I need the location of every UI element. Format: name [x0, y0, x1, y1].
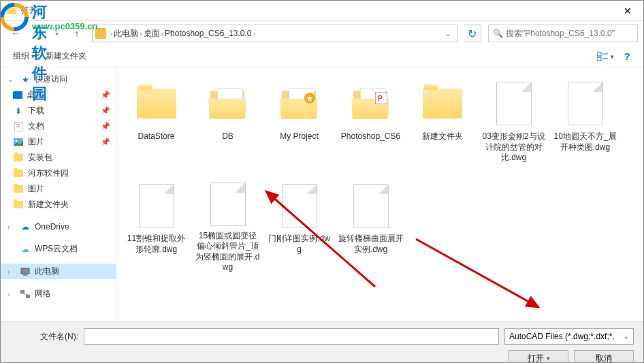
folder-item[interactable]: DB [192, 74, 263, 176]
close-button[interactable]: ✕ [612, 1, 643, 21]
sidebar-item-desktop[interactable]: 桌面 📌 [1, 87, 116, 103]
breadcrumb-seg[interactable]: 此电脑 [114, 28, 138, 40]
chevron-right-icon: › [7, 268, 14, 276]
breadcrumb-dropdown[interactable]: ⌄ [441, 30, 455, 37]
pin-icon: 📌 [101, 91, 110, 99]
breadcrumb-seg[interactable]: 桌面 [144, 28, 160, 40]
open-button[interactable]: 打开 ▾ [509, 350, 568, 363]
file-name: 10地圆天不方_展开种类图.dwg [552, 131, 618, 153]
sidebar-onedrive[interactable]: › ☁ OneDrive [1, 219, 116, 234]
svg-rect-2 [597, 52, 601, 56]
breadcrumb[interactable]: › 此电脑 › 桌面 › Photoshop_CS6_13.0.0 › ⌄ [92, 25, 458, 42]
refresh-button[interactable]: ↻ [464, 25, 481, 42]
sidebar-label: WPS云文档 [35, 243, 78, 255]
chevron-right-icon: › [110, 30, 112, 37]
chevron-right-icon: › [7, 290, 14, 298]
new-folder-button[interactable]: 新建文件夹 [40, 48, 92, 65]
organize-button[interactable]: 组织 [7, 48, 40, 65]
view-options-button[interactable]: ▾ [596, 48, 615, 65]
file-name: 新建文件夹 [422, 131, 463, 142]
sidebar-label: OneDrive [35, 222, 69, 232]
file-item[interactable]: 15椭圆或圆变径偏心倾斜管片_顶为竖椭圆的展开.dwg [192, 176, 263, 279]
sidebar-item-folder[interactable]: 新建文件夹 [1, 197, 116, 212]
toolbar: 组织 新建文件夹 ▾ ? [1, 46, 643, 67]
file-icon [562, 80, 609, 127]
pin-icon: 📌 [101, 122, 110, 131]
filter-text: AutoCAD Files (*.dwg;*.dxf;*. [509, 332, 615, 341]
sidebar-item-folder[interactable]: 河东软件园 [1, 165, 116, 181]
file-filter-dropdown[interactable]: AutoCAD Files (*.dwg;*.dxf;*. ⌄ [504, 328, 634, 345]
sidebar-label: 文档 [28, 121, 44, 132]
file-icon [347, 182, 395, 230]
sidebar-wps[interactable]: › ☁ WPS云文档 [1, 241, 116, 257]
window-title: 打开 [21, 5, 37, 16]
up-button[interactable]: ↑ [67, 24, 86, 43]
sidebar-item-pictures[interactable]: 图片 📌 [1, 134, 116, 150]
sidebar-label: 网络 [35, 288, 51, 300]
folder-item[interactable]: PPhotoshop_CS6 [335, 74, 406, 176]
sidebar-item-documents[interactable]: 文档 📌 [1, 119, 116, 134]
chevron-right-icon: › [140, 30, 142, 37]
svg-line-15 [22, 294, 28, 295]
cancel-button[interactable]: 取消 [574, 350, 634, 363]
svg-rect-0 [7, 7, 16, 14]
svg-rect-12 [23, 274, 27, 276]
pc-icon [20, 266, 31, 277]
filename-label: 文件名(N): [10, 331, 78, 343]
folder-item[interactable]: My Project [263, 74, 335, 176]
search-box[interactable]: 🔍 [488, 25, 638, 42]
sidebar-item-folder[interactable]: 安装包 [1, 150, 116, 165]
file-name: DataStore [138, 131, 174, 142]
svg-point-10 [16, 140, 18, 142]
file-item[interactable]: 03变形金刚2与设计院的岔管的对比.dwg [478, 74, 549, 176]
chevron-right-icon: › [161, 30, 163, 37]
bottom-bar: 文件名(N): AutoCAD Files (*.dwg;*.dxf;*. ⌄ … [1, 321, 643, 363]
sidebar: ⌄ ★ 快速访问 桌面 📌 ⬇ 下载 📌 文档 📌 图片 📌 安装包 [1, 67, 116, 321]
file-icon [490, 80, 538, 127]
sidebar-label: 安装包 [28, 152, 52, 163]
folder-icon [13, 168, 24, 179]
sidebar-label: 下载 [28, 105, 44, 116]
folder-icon [133, 80, 180, 127]
svg-rect-13 [20, 290, 25, 294]
file-icon [204, 182, 252, 227]
file-item[interactable]: 11割锥和提取外形轮廓.dwg [120, 176, 192, 279]
folder-item[interactable]: 新建文件夹 [406, 74, 478, 176]
file-item[interactable]: 门刚详图实例.dwg [263, 176, 335, 279]
filename-input[interactable] [84, 328, 499, 345]
svg-rect-11 [21, 268, 29, 274]
svg-rect-3 [597, 57, 601, 61]
sidebar-this-pc[interactable]: › 此电脑 [1, 264, 116, 279]
sidebar-network[interactable]: › 网络 [1, 286, 116, 302]
chevron-right-icon: › [253, 30, 255, 37]
forward-button[interactable]: → [27, 24, 46, 43]
titlebar: 打开 ✕ [1, 1, 643, 21]
file-item[interactable]: 旋转楼梯曲面展开实例.dwg [335, 176, 406, 279]
search-input[interactable] [506, 29, 633, 38]
recent-dropdown[interactable]: ▾ [47, 24, 66, 43]
chevron-right-icon: › [7, 223, 14, 231]
file-item[interactable]: 10地圆天不方_展开种类图.dwg [549, 74, 621, 176]
sidebar-item-downloads[interactable]: ⬇ 下载 📌 [1, 103, 116, 119]
sidebar-label: 新建文件夹 [28, 199, 69, 210]
help-button[interactable]: ? [617, 48, 637, 65]
file-icon [133, 182, 180, 230]
breadcrumb-seg[interactable]: Photoshop_CS6_13.0.0 [165, 29, 251, 38]
svg-text:P: P [378, 95, 383, 102]
cloud-icon: ☁ [20, 221, 31, 232]
folder-item[interactable]: DataStore [120, 74, 192, 176]
sidebar-quick-access[interactable]: ⌄ ★ 快速访问 [1, 72, 116, 87]
folder-icon [13, 153, 24, 163]
sidebar-label: 图片 [28, 183, 44, 195]
sidebar-label: 此电脑 [35, 266, 59, 277]
chevron-down-icon: ▾ [547, 355, 550, 362]
file-pane[interactable]: DataStoreDBMy ProjectPPhotoshop_CS6新建文件夹… [116, 67, 643, 321]
cloud-icon: ☁ [20, 244, 31, 255]
breadcrumb-folder-icon [95, 28, 106, 39]
back-button[interactable]: ← [6, 24, 25, 43]
svg-rect-1 [7, 6, 11, 8]
sidebar-item-folder[interactable]: 图片 [1, 181, 116, 197]
sidebar-label: 河东软件园 [28, 168, 69, 179]
chevron-down-icon: ⌄ [624, 333, 629, 340]
svg-rect-14 [26, 295, 30, 298]
